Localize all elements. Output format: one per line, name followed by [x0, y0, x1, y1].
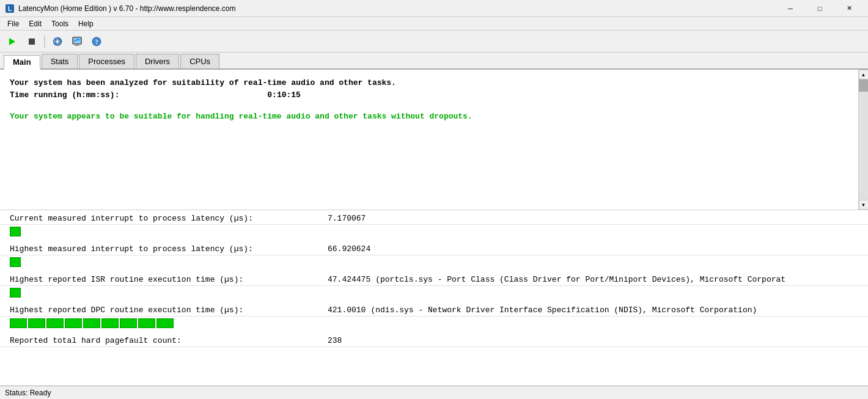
metric-text-isr: Highest reported ISR routine execution t… — [10, 275, 858, 284]
svg-rect-9 — [76, 44, 78, 45]
svg-marker-2 — [9, 38, 15, 45]
bar-segment-7 — [120, 318, 137, 328]
progress-bar-row-highest — [0, 255, 868, 271]
metric-value-current: 7.170067 — [328, 214, 366, 223]
metric-label-isr: Highest reported ISR routine execution t… — [10, 275, 328, 284]
help-icon: ? — [91, 36, 102, 47]
maximize-button[interactable]: □ — [806, 2, 834, 15]
metric-text-highest: Highest measured interrupt to process la… — [10, 244, 858, 254]
scroll-down-arrow[interactable]: ▼ — [859, 200, 869, 210]
metric-value-isr: 47.424475 — [328, 275, 370, 284]
status-bar: Status: Ready — [0, 386, 868, 399]
metric-detail-isr: (portcls.sys - Port Class (Class Driver … — [375, 275, 785, 284]
close-button[interactable]: ✕ — [835, 2, 863, 15]
metric-value-highest: 66.920624 — [328, 244, 370, 254]
app-title: LatencyMon (Home Edition ) v 6.70 - http… — [18, 4, 236, 13]
metric-row-pagefault: Reported total hard pagefault count: 238 — [0, 332, 868, 347]
analysis-line1: Your system has been analyzed for suitab… — [10, 78, 396, 87]
stop-button[interactable] — [23, 34, 40, 49]
tab-main[interactable]: Main — [4, 55, 40, 70]
bar-segment-8 — [138, 318, 155, 328]
metric-detail-dpc: (ndis.sys - Network Driver Interface Spe… — [370, 306, 757, 315]
bar-segment-3 — [46, 318, 64, 328]
svg-rect-10 — [75, 45, 79, 46]
tab-stats[interactable]: Stats — [42, 54, 78, 68]
menu-file[interactable]: File — [2, 18, 24, 29]
bar-segment-5 — [83, 318, 100, 328]
time-label: Time running (h:mm:ss): — [10, 90, 119, 100]
help-button[interactable]: ? — [88, 34, 105, 49]
progress-bar-row-isr — [0, 286, 868, 302]
progress-bar-row-current — [0, 225, 868, 241]
svg-rect-3 — [29, 38, 35, 45]
app-icon: L — [5, 4, 15, 13]
status-text: Status: Ready — [5, 389, 51, 397]
metric-row-current: Current measured interrupt to process la… — [0, 210, 868, 225]
svg-text:?: ? — [95, 38, 98, 45]
metric-label-dpc: Highest reported DPC routine execution t… — [10, 306, 328, 315]
toolbar: ? — [0, 31, 868, 53]
bar-segment-9 — [156, 318, 174, 328]
scroll-up-arrow[interactable]: ▲ — [859, 70, 869, 79]
status-good-message: Your system appears to be suitable for h… — [10, 111, 858, 123]
system-message: Your system has been analyzed for suitab… — [10, 77, 858, 101]
metric-value-pagefault: 238 — [328, 336, 342, 345]
play-button[interactable] — [4, 34, 21, 49]
main-content: Your system has been analyzed for suitab… — [0, 70, 868, 386]
tab-bar: Main Stats Processes Drivers CPUs — [0, 53, 868, 70]
upper-text-area[interactable]: Your system has been analyzed for suitab… — [0, 70, 868, 210]
progress-bar-isr — [10, 287, 858, 298]
play-icon — [7, 37, 17, 46]
stop-icon — [27, 37, 37, 46]
metric-row-isr: Highest reported ISR routine execution t… — [0, 271, 868, 286]
bar-segment-6 — [101, 318, 119, 328]
menu-help[interactable]: Help — [73, 18, 98, 29]
bar-segment — [10, 257, 21, 267]
bar-segment-4 — [65, 318, 82, 328]
upper-section: Your system has been analyzed for suitab… — [0, 70, 868, 210]
metric-label-highest: Highest measured interrupt to process la… — [10, 244, 328, 254]
time-value: 0:10:15 — [267, 90, 301, 100]
bar-segment-2 — [28, 318, 45, 328]
bar-segment-1 — [10, 318, 27, 328]
scroll-thumb[interactable] — [859, 79, 868, 92]
monitor-icon — [72, 36, 83, 47]
bar-segment — [10, 227, 21, 236]
window-controls: ─ □ ✕ — [776, 2, 863, 15]
progress-bar-highest — [10, 257, 858, 268]
scroll-track[interactable] — [859, 79, 868, 200]
title-bar-left: L LatencyMon (Home Edition ) v 6.70 - ht… — [5, 4, 236, 13]
metric-label-pagefault: Reported total hard pagefault count: — [10, 336, 328, 345]
menu-tools[interactable]: Tools — [46, 18, 73, 29]
refresh-icon — [52, 36, 63, 47]
metric-text-current: Current measured interrupt to process la… — [10, 214, 858, 223]
metric-text-pagefault: Reported total hard pagefault count: 238 — [10, 336, 858, 345]
tab-drivers[interactable]: Drivers — [136, 54, 179, 68]
metric-text-dpc: Highest reported DPC routine execution t… — [10, 306, 858, 315]
progress-bar-current — [10, 226, 858, 237]
toolbar-divider — [44, 35, 45, 48]
minimize-button[interactable]: ─ — [776, 2, 804, 15]
menu-bar: File Edit Tools Help — [0, 17, 868, 31]
svg-text:L: L — [8, 5, 12, 12]
svg-rect-6 — [56, 40, 59, 43]
title-bar: L LatencyMon (Home Edition ) v 6.70 - ht… — [0, 0, 868, 17]
metric-row-dpc: Highest reported DPC routine execution t… — [0, 302, 868, 317]
menu-edit[interactable]: Edit — [24, 18, 46, 29]
progress-bar-dpc — [10, 318, 858, 329]
metric-value-dpc: 421.0010 — [328, 306, 366, 315]
metric-row-highest: Highest measured interrupt to process la… — [0, 241, 868, 255]
monitor-button[interactable] — [68, 34, 86, 49]
upper-scrollbar[interactable]: ▲ ▼ — [858, 70, 868, 210]
lower-section: Current measured interrupt to process la… — [0, 210, 868, 386]
progress-bar-row-dpc — [0, 317, 868, 332]
bar-segment — [10, 288, 21, 298]
tab-processes[interactable]: Processes — [79, 54, 134, 68]
tab-cpus[interactable]: CPUs — [180, 54, 219, 68]
refresh-button[interactable] — [49, 34, 66, 49]
metric-label-current: Current measured interrupt to process la… — [10, 214, 328, 223]
